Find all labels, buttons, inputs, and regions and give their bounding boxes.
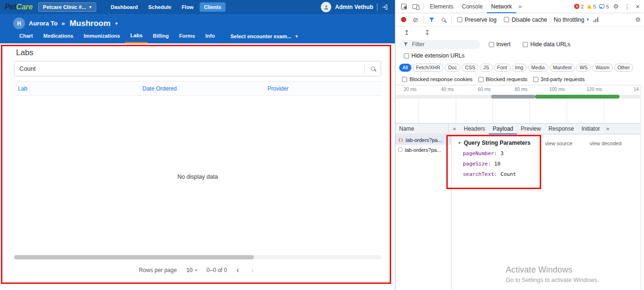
tab-immunizations[interactable]: Immunizations xyxy=(78,29,125,43)
hide-extension-urls-toggle[interactable]: Hide extension URLs xyxy=(404,52,465,59)
disable-cache-toggle[interactable]: Disable cache xyxy=(504,17,547,23)
view-decoded-link[interactable]: view decoded xyxy=(590,141,621,146)
inspect-element-button[interactable] xyxy=(398,0,410,12)
chip-doc[interactable]: Doc xyxy=(445,64,460,72)
network-settings-gear-icon[interactable]: ⚙ xyxy=(634,17,642,23)
user-avatar-icon xyxy=(321,2,331,12)
close-detail-icon[interactable]: × xyxy=(449,125,460,133)
horizontal-scrollbar[interactable] xyxy=(14,255,381,259)
patient-name[interactable]: Mushroom xyxy=(69,19,110,28)
filter-funnel-icon xyxy=(403,42,408,47)
nav-schedule[interactable]: Schedule xyxy=(144,2,176,12)
blocked-response-cookies-checkbox[interactable] xyxy=(402,77,407,82)
error-badge[interactable]: 2 xyxy=(574,4,584,9)
timeline-segment-gray[interactable] xyxy=(491,95,535,99)
throttling-select[interactable]: No throttling ▾ xyxy=(554,17,589,23)
rows-per-page-select[interactable]: 10 ▾ xyxy=(184,266,200,274)
blocked-requests-checkbox[interactable] xyxy=(478,77,484,82)
issues-badge[interactable]: 5 xyxy=(599,4,609,9)
filter-toggle-button[interactable] xyxy=(426,14,437,25)
import-har-icon[interactable]: ↥ xyxy=(401,28,412,37)
chip-fetch-xhr[interactable]: Fetch/XHR xyxy=(413,64,443,72)
column-lab[interactable]: Lab xyxy=(18,82,27,96)
user-name[interactable]: Admin Vethub xyxy=(335,4,373,10)
warning-badge[interactable]: 5 xyxy=(587,4,596,9)
hide-extension-urls-checkbox[interactable] xyxy=(404,53,409,58)
tab-info[interactable]: Info xyxy=(200,29,220,43)
settings-gear-icon[interactable]: ⚙ xyxy=(612,3,620,9)
horizontal-scrollbar-thumb[interactable] xyxy=(14,255,254,259)
search-button[interactable] xyxy=(365,61,381,76)
previous-page-button[interactable]: ‹ xyxy=(234,265,242,275)
tab-forms[interactable]: Forms xyxy=(174,29,201,43)
chip-manifest[interactable]: Manifest xyxy=(550,64,575,72)
clear-icon[interactable]: ⊘ xyxy=(410,14,421,25)
chevron-down-icon[interactable]: ▾ xyxy=(115,21,117,26)
chip-other[interactable]: Other xyxy=(614,64,633,72)
labs-search-input[interactable] xyxy=(15,65,364,72)
blocked-requests-toggle[interactable]: Blocked requests xyxy=(478,76,527,82)
network-conditions-icon[interactable] xyxy=(594,17,599,22)
logout-icon[interactable] xyxy=(381,4,388,10)
detail-tab-initiator[interactable]: Initiator xyxy=(577,124,603,134)
nav-dashboard[interactable]: Dashboard xyxy=(107,2,142,12)
kebab-menu-icon[interactable]: ⋮ xyxy=(623,3,631,10)
more-tabs-icon[interactable]: » xyxy=(604,125,612,132)
timeline-segment-green[interactable] xyxy=(535,95,619,99)
chip-all[interactable]: All xyxy=(399,64,411,72)
tab-billing[interactable]: Billing xyxy=(148,29,174,43)
invert-checkbox[interactable] xyxy=(489,42,494,47)
devtools-scrollbar-gutter[interactable] xyxy=(640,85,644,290)
network-overview-timeline[interactable]: 20 ms 40 ms 60 ms 80 ms 100 ms 120 ms 14 xyxy=(395,85,644,124)
record-button[interactable] xyxy=(398,14,410,25)
tab-labs[interactable]: Labs xyxy=(125,29,148,43)
owner-name[interactable]: Aurora To xyxy=(29,20,58,27)
nav-flow[interactable]: Flow xyxy=(177,2,198,12)
nav-clients[interactable]: Clients xyxy=(200,2,226,12)
chip-wasm[interactable]: Wasm xyxy=(592,64,612,72)
preserve-log-checkbox[interactable] xyxy=(457,17,462,22)
blocked-response-cookies-toggle[interactable]: Blocked response cookies xyxy=(402,76,473,82)
chip-img[interactable]: Img xyxy=(512,64,527,72)
detail-tab-headers[interactable]: Headers xyxy=(460,124,489,134)
preserve-log-toggle[interactable]: Preserve log xyxy=(457,17,496,23)
chip-js[interactable]: JS xyxy=(480,64,492,72)
chip-font[interactable]: Font xyxy=(494,64,510,72)
clinic-selector[interactable]: Petcare Clinic #... ▾ xyxy=(38,2,96,12)
detail-tab-preview[interactable]: Preview xyxy=(517,124,545,134)
next-page-button[interactable]: › xyxy=(248,265,256,275)
column-provider[interactable]: Provider xyxy=(268,82,289,96)
close-devtools-icon[interactable]: × xyxy=(635,3,641,10)
device-toolbar-button[interactable] xyxy=(410,0,421,12)
chevron-right-icon: › xyxy=(251,266,253,274)
disable-cache-checkbox[interactable] xyxy=(504,17,509,22)
tab-console[interactable]: Console xyxy=(458,0,487,13)
encounter-selector[interactable]: Select encounter exam... ▾ xyxy=(230,33,298,39)
tab-elements[interactable]: Elements xyxy=(426,0,458,13)
more-tabs-icon[interactable]: » xyxy=(516,3,524,10)
hide-data-urls-toggle[interactable]: Hide data URLs xyxy=(523,41,570,48)
detail-tab-response[interactable]: Response xyxy=(544,124,577,134)
network-search-button[interactable] xyxy=(437,14,449,25)
inspect-icon xyxy=(401,4,407,9)
chip-ws[interactable]: WS xyxy=(576,64,591,72)
export-har-icon[interactable]: ↧ xyxy=(422,28,433,37)
column-date-ordered[interactable]: Date Ordered xyxy=(142,82,177,96)
chip-media[interactable]: Media xyxy=(528,64,548,72)
tab-medications[interactable]: Medications xyxy=(38,29,79,43)
filter-input[interactable] xyxy=(411,41,476,48)
tab-chart[interactable]: Chart xyxy=(14,29,38,43)
request-row[interactable]: {} lab-orders?pa... xyxy=(395,135,451,145)
view-source-link[interactable]: view source xyxy=(545,141,572,146)
third-party-requests-toggle[interactable]: 3rd-party requests xyxy=(533,76,585,82)
param-name: searchText xyxy=(463,171,497,177)
hide-data-urls-checkbox[interactable] xyxy=(523,42,528,47)
chip-css[interactable]: CSS xyxy=(462,64,479,72)
detail-tab-payload[interactable]: Payload xyxy=(489,124,517,134)
name-column-header[interactable]: Name xyxy=(395,125,448,132)
tab-network[interactable]: Network xyxy=(487,0,516,13)
invert-toggle[interactable]: Invert xyxy=(489,41,510,48)
request-row[interactable]: lab-orders?pa... xyxy=(395,145,451,155)
query-string-parameters-section[interactable]: ▼ Query String Parameters xyxy=(458,140,530,146)
third-party-requests-checkbox[interactable] xyxy=(533,77,538,82)
